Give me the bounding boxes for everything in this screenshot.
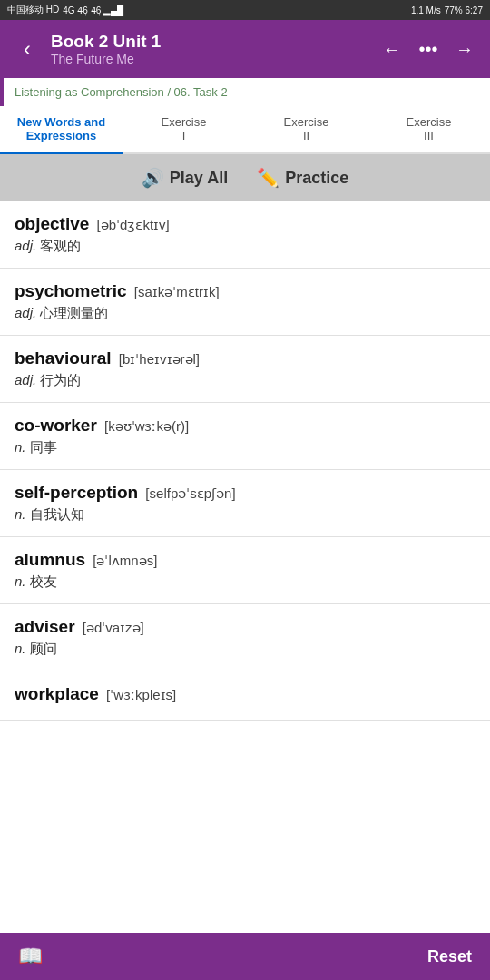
word-phonetic: [əbˈdʒɛktɪv] <box>93 217 169 232</box>
word-list: objective [əbˈdʒɛktɪv]adj.客观的psychometri… <box>0 201 490 776</box>
play-bar: 🔊 Play All ✏️ Practice <box>0 154 490 201</box>
header-actions: ← ••• → <box>377 39 479 60</box>
word-term: co-worker <box>15 416 97 435</box>
book-icon[interactable]: 📖 <box>18 945 43 968</box>
header-subtitle: The Future Me <box>51 52 377 66</box>
tab-exercise-i[interactable]: ExerciseI <box>122 106 245 154</box>
word-term-line: adviser [ədˈvaɪzə] <box>15 617 475 637</box>
word-definition: 心理测量的 <box>40 305 108 320</box>
word-entry: co-worker [kəʊˈwɜːkə(r)]n.同事 <box>0 403 490 470</box>
word-definition-line: n.顾问 <box>15 641 475 658</box>
tab-new-words-label: New Words andExpressions <box>17 115 105 142</box>
word-term-line: self-perception [selfpəˈsɛpʃən] <box>15 483 475 503</box>
tab-exercise-iii[interactable]: ExerciseIII <box>368 106 490 154</box>
back-arrow-icon[interactable]: ← <box>377 39 407 60</box>
tab-exercise-ii-label: ExerciseII <box>284 115 329 142</box>
word-phonetic: [bɪˈheɪvɪərəl] <box>115 351 200 367</box>
reset-label: Reset <box>427 947 472 965</box>
tab-exercise-ii[interactable]: ExerciseII <box>245 106 368 154</box>
word-term: objective <box>15 214 89 233</box>
header: ‹ Book 2 Unit 1 The Future Me ← ••• → <box>0 20 490 78</box>
word-phonetic: [ədˈvaɪzə] <box>79 620 144 635</box>
practice-label: Practice <box>285 169 348 188</box>
word-pos: adj. <box>15 238 36 253</box>
word-term-line: co-worker [kəʊˈwɜːkə(r)] <box>15 416 475 436</box>
word-phonetic: [ˈwɜːkpleɪs] <box>103 687 176 702</box>
word-entry: workplace [ˈwɜːkpleɪs] <box>0 671 490 721</box>
word-pos: n. <box>15 573 26 589</box>
word-definition-line: n.校友 <box>15 573 475 591</box>
word-term: behavioural <box>15 348 112 368</box>
word-definition: 自我认知 <box>30 506 84 522</box>
word-phonetic: [selfpəˈsɛpʃən] <box>142 485 235 501</box>
play-all-button[interactable]: 🔊 Play All <box>142 167 228 189</box>
breadcrumb-text: Listening as Comprehension / 06. Task 2 <box>15 85 228 99</box>
practice-button[interactable]: ✏️ Practice <box>257 167 348 189</box>
word-entry: adviser [ədˈvaɪzə]n.顾问 <box>0 604 490 671</box>
word-term: workplace <box>15 684 99 703</box>
word-definition-line: n.自我认知 <box>15 506 475 524</box>
word-entry: self-perception [selfpəˈsɛpʃən]n.自我认知 <box>0 470 490 537</box>
tab-exercise-iii-label: ExerciseIII <box>407 115 452 142</box>
word-term-line: psychometric [saɪkəˈmɛtrɪk] <box>15 281 475 301</box>
header-title: Book 2 Unit 1 <box>51 32 377 52</box>
word-phonetic: [kəʊˈwɜːkə(r)] <box>101 418 189 434</box>
word-term: adviser <box>15 617 75 636</box>
word-definition: 顾问 <box>30 641 57 656</box>
battery-text: 77% 6:27 <box>445 5 483 15</box>
practice-icon: ✏️ <box>257 167 279 189</box>
word-term: alumnus <box>15 550 85 569</box>
word-definition: 校友 <box>30 573 57 589</box>
word-term-line: behavioural [bɪˈheɪvɪərəl] <box>15 348 475 368</box>
word-phonetic: [saɪkəˈmɛtrɪk] <box>131 284 220 299</box>
word-entry: objective [əbˈdʒɛktɪv]adj.客观的 <box>0 201 490 269</box>
tab-exercise-i-label: ExerciseI <box>162 115 207 142</box>
word-entry: alumnus [əˈlʌmnəs]n.校友 <box>0 537 490 604</box>
tab-bar: New Words andExpressions ExerciseI Exerc… <box>0 106 490 154</box>
word-pos: adj. <box>15 372 36 387</box>
word-phonetic: [əˈlʌmnəs] <box>89 553 157 568</box>
network-icons: 4G 4͢6 4͢6 ▂▄█ <box>63 5 123 15</box>
word-pos: n. <box>15 506 26 522</box>
menu-dots-icon[interactable]: ••• <box>414 39 443 60</box>
word-term: self-perception <box>15 483 138 502</box>
tab-new-words[interactable]: New Words andExpressions <box>0 106 122 154</box>
word-term-line: alumnus [əˈlʌmnəs] <box>15 550 475 570</box>
header-title-block: Book 2 Unit 1 The Future Me <box>44 32 377 66</box>
word-pos: n. <box>15 641 26 656</box>
word-entry: behavioural [bɪˈheɪvɪərəl]adj.行为的 <box>0 336 490 403</box>
word-definition-line: n.同事 <box>15 439 475 456</box>
status-bar-right: 1.1 M/s 77% 6:27 <box>411 5 483 15</box>
forward-arrow-icon[interactable]: → <box>450 39 479 60</box>
reset-button[interactable]: Reset <box>427 947 472 966</box>
bottom-bar: 📖 Reset <box>0 933 490 980</box>
word-term-line: objective [əbˈdʒɛktɪv] <box>15 214 475 234</box>
word-definition: 行为的 <box>40 372 81 387</box>
word-definition-line: adj.客观的 <box>15 238 475 255</box>
word-pos: n. <box>15 439 26 455</box>
word-definition: 客观的 <box>40 238 81 253</box>
breadcrumb: Listening as Comprehension / 06. Task 2 <box>0 78 490 106</box>
carrier-text: 中国移动 HD <box>7 4 59 16</box>
word-pos: adj. <box>15 305 36 320</box>
status-bar: 中国移动 HD 4G 4͢6 4͢6 ▂▄█ 1.1 M/s 77% 6:27 <box>0 0 490 20</box>
back-button[interactable]: ‹ <box>11 36 44 62</box>
word-definition: 同事 <box>30 439 57 455</box>
speed-text: 1.1 M/s <box>411 5 441 15</box>
play-all-label: Play All <box>170 169 228 188</box>
word-entry: psychometric [saɪkəˈmɛtrɪk]adj.心理测量的 <box>0 269 490 336</box>
word-definition-line: adj.心理测量的 <box>15 305 475 322</box>
word-term-line: workplace [ˈwɜːkpleɪs] <box>15 684 475 704</box>
word-definition-line: adj.行为的 <box>15 372 475 389</box>
word-term: psychometric <box>15 281 127 300</box>
play-all-icon: 🔊 <box>142 167 164 189</box>
status-bar-left: 中国移动 HD 4G 4͢6 4͢6 ▂▄█ <box>7 4 123 16</box>
